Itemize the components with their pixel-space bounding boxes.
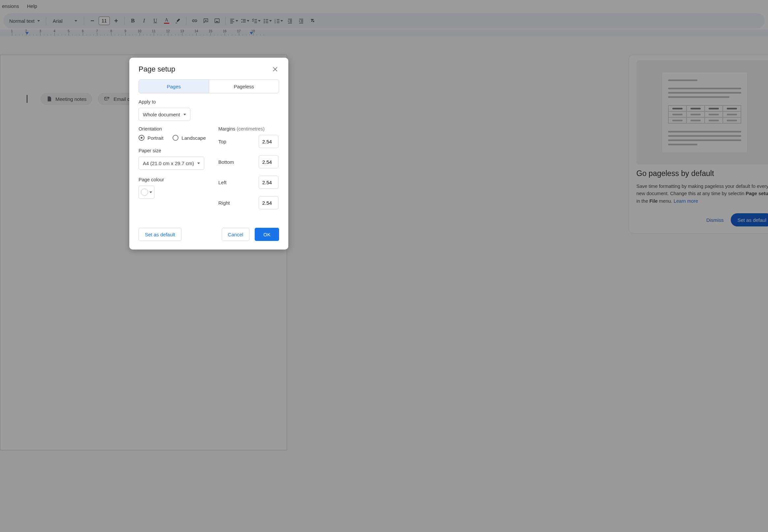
margin-left-input[interactable]: [259, 176, 279, 189]
pages-pageless-tabs: Pages Pageless: [138, 79, 279, 93]
page-colour-picker[interactable]: [138, 186, 154, 199]
set-as-default-button[interactable]: Set as default: [138, 228, 181, 241]
dialog-title: Page setup: [138, 65, 175, 74]
apply-to-dropdown[interactable]: Whole document: [138, 108, 190, 121]
margin-bottom-label: Bottom: [219, 159, 253, 165]
ok-button[interactable]: OK: [255, 228, 279, 241]
margins-label: Margins (centimetres): [219, 126, 279, 132]
tab-pageless[interactable]: Pageless: [209, 80, 279, 93]
margin-right-label: Right: [219, 200, 253, 206]
apply-to-label: Apply to: [138, 99, 279, 104]
radio-label: Landscape: [181, 135, 206, 141]
margin-top-input[interactable]: [259, 135, 279, 148]
page-setup-dialog: Page setup Pages Pageless Apply to Whole…: [129, 58, 288, 250]
orientation-label: Orientation: [138, 126, 206, 132]
radio-icon: [138, 135, 144, 141]
paper-size-label: Paper size: [138, 148, 206, 153]
apply-to-value: Whole document: [143, 112, 180, 117]
close-icon: [273, 67, 278, 72]
margin-top-label: Top: [219, 139, 253, 144]
orientation-landscape-radio[interactable]: Landscape: [172, 135, 206, 141]
margin-left-label: Left: [219, 180, 253, 185]
tab-pages[interactable]: Pages: [139, 80, 209, 93]
paper-size-dropdown[interactable]: A4 (21.0 cm x 29.7 cm): [138, 157, 204, 170]
radio-label: Portrait: [147, 135, 163, 141]
margin-right-input[interactable]: [259, 196, 279, 209]
chevron-down-icon: [149, 192, 152, 193]
cancel-button[interactable]: Cancel: [222, 228, 250, 241]
colour-swatch-icon: [141, 189, 148, 196]
chevron-down-icon: [183, 114, 186, 115]
margin-bottom-input[interactable]: [259, 155, 279, 168]
orientation-portrait-radio[interactable]: Portrait: [138, 135, 163, 141]
paper-size-value: A4 (21.0 cm x 29.7 cm): [143, 161, 194, 166]
dialog-close-button[interactable]: [271, 65, 279, 73]
radio-icon: [172, 135, 178, 141]
page-colour-label: Page colour: [138, 177, 206, 182]
chevron-down-icon: [197, 163, 200, 164]
modal-scrim[interactable]: [0, 0, 768, 532]
